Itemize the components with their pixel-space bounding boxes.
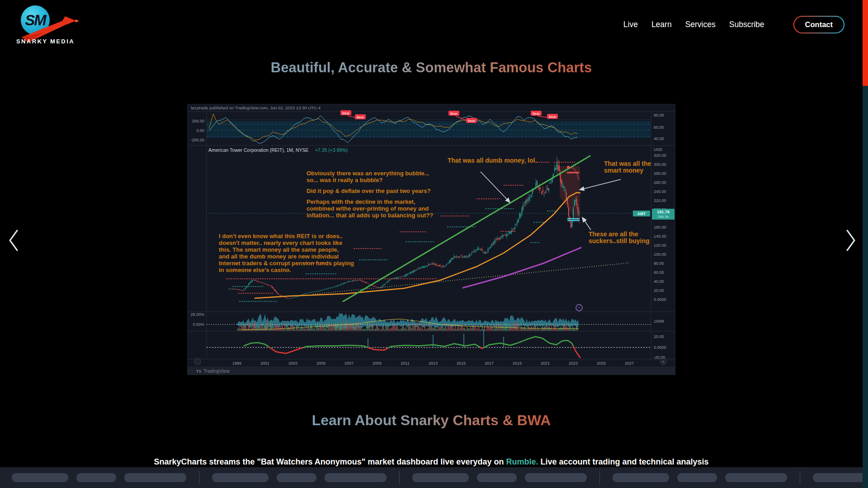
svg-text:2019: 2019 (513, 361, 522, 366)
skeleton-pill (813, 473, 868, 482)
skeleton-pill (277, 473, 316, 482)
svg-text:Did it pop & deflate over the: Did it pop & deflate over the past two y… (307, 188, 431, 194)
nav-item-subscribe[interactable]: Subscribe (729, 20, 764, 29)
chevron-right-icon (842, 228, 858, 253)
learn-section-title: Learn About Snarky Charts & BWA (0, 412, 863, 429)
skeleton-pill (12, 473, 68, 482)
svg-text:2021: 2021 (541, 361, 550, 366)
footer-text-part: "Bat Watchers Anonymous" (257, 457, 366, 466)
skeleton-divider (800, 471, 800, 484)
svg-text:60.00: 60.00 (654, 125, 664, 130)
svg-text:in someone else's casino.: in someone else's casino. (219, 267, 291, 273)
svg-text:260.00: 260.00 (654, 180, 666, 185)
svg-text:this. The smart money all the: this. The smart money all the same peopl… (219, 246, 339, 253)
svg-text:+: + (578, 305, 580, 310)
svg-text:60.00: 60.00 (654, 270, 664, 275)
carousel-prev-button[interactable] (6, 228, 23, 253)
skeleton-pill (725, 473, 787, 482)
brand-name: SNARKY MEDIA (16, 38, 75, 45)
svg-text:100M: 100M (654, 319, 664, 324)
svg-text:inflation... that all adds up: inflation... that all adds up to balanci… (307, 212, 433, 219)
svg-text:Bear: Bear (549, 115, 556, 119)
svg-text:20.00: 20.00 (654, 334, 664, 339)
svg-text:-200.00: -200.00 (190, 138, 204, 142)
svg-text:Bear: Bear (357, 115, 364, 119)
footer-text-part: Live account trading and technical analy… (538, 457, 708, 466)
svg-text:A: A (662, 360, 665, 364)
svg-text:2001: 2001 (260, 361, 269, 366)
svg-text:These are all the: These are all the (589, 230, 638, 238)
svg-text:2005: 2005 (316, 361, 326, 366)
svg-text:Perhaps with the decline in th: Perhaps with the decline in the market, (307, 198, 415, 205)
logo-initials: SM (21, 5, 50, 35)
svg-text:80.00: 80.00 (654, 113, 664, 117)
svg-text:lazytrade published on Trading: lazytrade published on TradingView.com, … (191, 105, 321, 110)
skeleton-divider (399, 471, 400, 484)
svg-text:280.00: 280.00 (654, 171, 666, 176)
footer-text-part: market dashboard live everyday on (365, 457, 506, 466)
skeleton-pill (124, 473, 186, 482)
svg-text:2011: 2011 (401, 361, 409, 366)
bottom-skeleton-bar (0, 467, 868, 488)
nav-item-live[interactable]: Live (623, 20, 638, 29)
svg-text:2015: 2015 (457, 361, 466, 366)
carousel-next-button[interactable] (842, 228, 858, 253)
svg-text:2013: 2013 (429, 361, 438, 366)
nav-item-services[interactable]: Services (685, 20, 716, 29)
svg-text:100.00: 100.00 (654, 252, 666, 257)
svg-text:so... was it really a bubble?: so... was it really a bubble? (307, 177, 382, 183)
nav-item-learn[interactable]: Learn (651, 20, 672, 29)
svg-text:doesn't matter.. nearly every: doesn't matter.. nearly every chart look… (219, 239, 342, 246)
svg-text:240.00: 240.00 (654, 189, 666, 194)
skeleton-pill (412, 473, 469, 482)
svg-text:Bear: Bear (342, 111, 349, 115)
hero-title: Beautiful, Accurate & Somewhat Famous Ch… (0, 60, 863, 76)
svg-text:40.00: 40.00 (654, 279, 664, 284)
skeleton-pill (677, 473, 717, 482)
svg-text:AMT: AMT (637, 211, 646, 216)
svg-text:Internet traders & corrupt pen: Internet traders & corrupt pension funds… (219, 260, 354, 267)
skeleton-divider (199, 471, 199, 484)
svg-text:40.00: 40.00 (654, 136, 664, 141)
footer-text-part: SnarkyCharts streams the (154, 457, 257, 466)
svg-text:28d 3h: 28d 3h (658, 215, 669, 219)
svg-text:suckers..still buying: suckers..still buying (589, 237, 650, 244)
svg-text:140.00: 140.00 (654, 234, 666, 239)
page-scrollbar-thumb[interactable] (863, 0, 868, 86)
main-nav: Live Learn Services Subscribe Contact (623, 8, 844, 41)
site-logo[interactable]: SM SNARKY MEDIA (16, 5, 75, 44)
svg-text:2003: 2003 (288, 361, 297, 366)
svg-text:25.00%: 25.00% (190, 312, 204, 317)
svg-text:0.0000: 0.0000 (654, 297, 666, 302)
svg-text:and all the dumb money are new: and all the dumb money are new individua… (219, 253, 339, 260)
svg-text:160.00: 160.00 (654, 225, 666, 230)
svg-text:Obviously there was an everyth: Obviously there was an everything bubble… (307, 170, 429, 177)
svg-text:120.00: 120.00 (654, 243, 666, 248)
svg-text:320.00: 320.00 (654, 153, 666, 158)
svg-text:0.00%: 0.00% (193, 322, 204, 327)
svg-text:+7.35 (+3.99%): +7.35 (+3.99%) (315, 147, 348, 153)
svg-text:Bear: Bear (533, 112, 540, 116)
svg-text:20.00: 20.00 (654, 288, 664, 293)
contact-button[interactable]: Contact (793, 16, 844, 33)
svg-text:200.00: 200.00 (192, 119, 204, 123)
svg-text:0.00: 0.00 (196, 128, 204, 133)
hero-title-text: Beautiful, Accurate & Somewhat Famous Ch… (271, 60, 592, 76)
rumble-link[interactable]: Rumble. (506, 457, 538, 466)
svg-text:That was all the: That was all the (604, 160, 651, 167)
skeleton-pill (325, 473, 387, 482)
svg-text:TradingView: TradingView (203, 368, 230, 374)
skeleton-divider (599, 471, 600, 484)
svg-text:smart money: smart money (604, 167, 643, 174)
svg-text:USD: USD (654, 147, 663, 152)
svg-text:TV: TV (196, 369, 202, 374)
chevron-left-icon (6, 228, 23, 253)
svg-text:220.00: 220.00 (654, 198, 666, 203)
svg-text:combined w/the over-printing o: combined w/the over-printing of money an… (307, 205, 429, 212)
svg-text:191.79: 191.79 (657, 210, 670, 214)
svg-text:I don't even know what this RE: I don't even know what this REIT is or d… (219, 233, 343, 239)
svg-text:2027: 2027 (625, 361, 634, 366)
contact-button-label: Contact (794, 17, 844, 33)
skeleton-pill (525, 473, 587, 482)
skeleton-pill (76, 473, 116, 482)
